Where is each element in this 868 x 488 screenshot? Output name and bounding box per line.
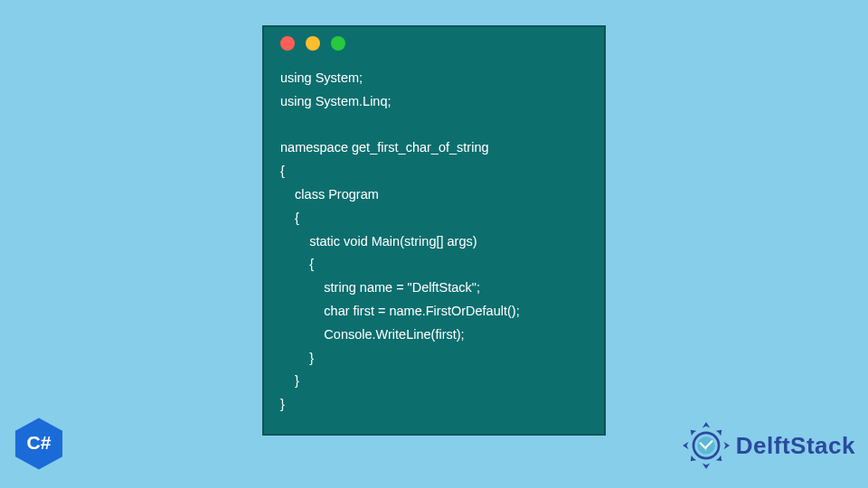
close-icon[interactable]: [280, 36, 295, 51]
delftstack-emblem-icon: /: [682, 421, 731, 470]
svg-marker-3: [703, 463, 711, 468]
svg-marker-8: [691, 430, 696, 436]
window-titlebar: [264, 27, 604, 60]
svg-marker-6: [716, 455, 722, 461]
code-block: using System; using System.Linq; namespa…: [264, 60, 604, 433]
delftstack-logo: / DelftStack: [682, 421, 855, 470]
svg-marker-1: [703, 422, 711, 427]
svg-marker-7: [691, 455, 696, 461]
csharp-label: C#: [27, 432, 52, 453]
delftstack-brand-text: DelftStack: [736, 432, 855, 460]
svg-marker-4: [683, 442, 688, 450]
svg-marker-5: [716, 430, 722, 436]
svg-marker-2: [723, 442, 729, 450]
minimize-icon[interactable]: [306, 36, 320, 51]
code-window: using System; using System.Linq; namespa…: [262, 25, 606, 436]
maximize-icon[interactable]: [331, 36, 345, 51]
csharp-badge: C#: [11, 416, 67, 472]
